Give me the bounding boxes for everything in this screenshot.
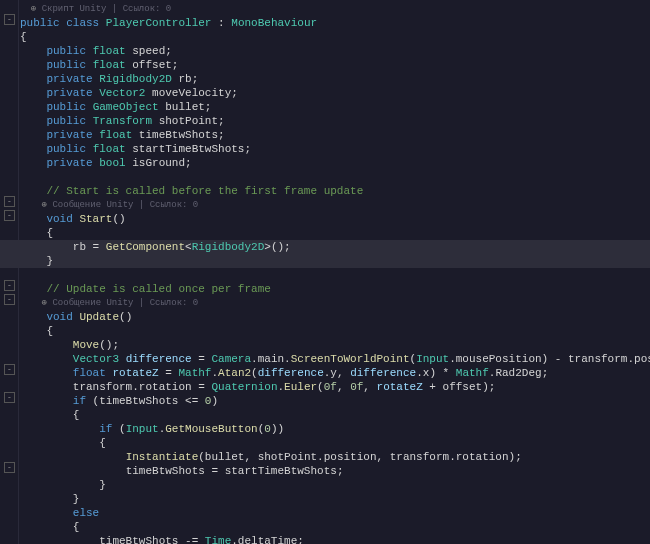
method-update: Update <box>79 311 119 323</box>
fold-icon[interactable]: - <box>4 462 15 473</box>
kw-public: public <box>20 17 60 29</box>
fold-icon[interactable]: - <box>4 14 15 25</box>
unity-icon: ⊕ <box>31 4 36 14</box>
codelens-text[interactable]: Сообщение Unity | Ссылок: 0 <box>52 298 198 308</box>
unity-icon: ⊕ <box>42 298 47 308</box>
field-declaration: private float timeBtwShots; <box>20 128 650 142</box>
field-declaration: private Rigidbody2D rb; <box>20 72 650 86</box>
comment: // Start is called before the first fram… <box>46 185 363 197</box>
field-declaration: private bool isGround; <box>20 156 650 170</box>
method-start: Start <box>79 213 112 225</box>
comment: // Update is called once per frame <box>46 283 270 295</box>
field-declaration: private Vector2 moveVelocity; <box>20 86 650 100</box>
fold-icon[interactable]: - <box>4 294 15 305</box>
fields-block: public float speed; public float offset;… <box>20 44 650 170</box>
gutter: - - - - - - - - <box>0 0 19 544</box>
code-area[interactable]: ⊕ Скрипт Unity | Ссылок: 0 public class … <box>18 0 650 544</box>
codelens-text[interactable]: Скрипт Unity | Ссылок: 0 <box>42 4 172 14</box>
field-declaration: public float speed; <box>20 44 650 58</box>
class-name: PlayerController <box>106 17 212 29</box>
fold-icon[interactable]: - <box>4 196 15 207</box>
field-declaration: public GameObject bullet; <box>20 100 650 114</box>
fold-icon[interactable]: - <box>4 364 15 375</box>
unity-icon: ⊕ <box>42 200 47 210</box>
fold-icon[interactable]: - <box>4 392 15 403</box>
field-declaration: public float offset; <box>20 58 650 72</box>
current-line: rb = GetComponent<Rigidbody2D>(); <box>0 240 650 254</box>
fold-icon[interactable]: - <box>4 280 15 291</box>
codelens-text[interactable]: Сообщение Unity | Ссылок: 0 <box>52 200 198 210</box>
kw-class: class <box>66 17 99 29</box>
base-type: MonoBehaviour <box>231 17 317 29</box>
code-editor[interactable]: - - - - - - - - ⊕ Скрипт Unity | Ссылок:… <box>0 0 650 544</box>
field-declaration: public Transform shotPoint; <box>20 114 650 128</box>
fold-icon[interactable]: - <box>4 210 15 221</box>
field-declaration: public float startTimeBtwShots; <box>20 142 650 156</box>
